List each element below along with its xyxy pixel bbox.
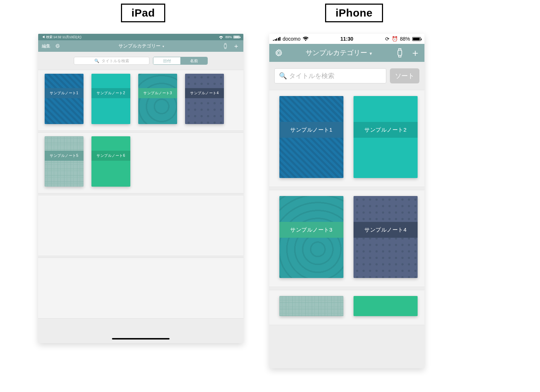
note-card[interactable] — [279, 296, 343, 316]
search-input[interactable]: 🔍 タイトルを検索 — [274, 68, 386, 83]
carrier-text: docomo — [283, 36, 301, 42]
watch-button[interactable] — [222, 42, 229, 50]
device-ipad: ◀ 検索 14:32 11月13日(火) 89% 編集 サンプルカテゴリー▼ ＋… — [38, 34, 243, 343]
battery-icon — [233, 36, 240, 38]
sort-button[interactable]: ソート — [390, 68, 419, 83]
sort-segmented: 日付 名前 — [153, 57, 208, 65]
status-time: 11:30 — [340, 36, 353, 42]
svg-rect-0 — [224, 44, 227, 47]
settings-button[interactable] — [273, 47, 284, 59]
wifi-icon — [303, 37, 309, 41]
note-title: サンプルノート4 — [185, 88, 224, 98]
search-placeholder: タイトルを検索 — [102, 58, 129, 64]
note-title: サンプルノート2 — [354, 122, 418, 138]
note-title: サンプルノート1 — [279, 122, 343, 138]
status-left: ◀ 検索 14:32 11月13日(火) — [42, 35, 81, 40]
note-card[interactable]: サンプルノート4 — [185, 74, 224, 124]
search-row: 🔍 タイトルを検索 ソート — [269, 62, 424, 90]
note-card[interactable] — [354, 296, 418, 316]
battery-icon — [412, 37, 421, 41]
search-icon: 🔍 — [279, 72, 287, 80]
chevron-down-icon: ▼ — [162, 45, 165, 48]
svg-rect-1 — [398, 50, 402, 56]
add-button[interactable]: ＋ — [409, 47, 421, 59]
toolbar: 編集 サンプルカテゴリー▼ ＋ — [38, 40, 243, 52]
note-card[interactable]: サンプルノート2 — [354, 96, 418, 178]
status-bar: ◀ 検索 14:32 11月13日(火) 89% — [38, 34, 243, 40]
wifi-icon — [218, 35, 224, 39]
note-card[interactable]: サンプルノート4 — [354, 196, 418, 278]
note-card[interactable]: サンプルノート5 — [45, 136, 84, 187]
toolbar: サンプルカテゴリー▼ ＋ — [269, 44, 424, 62]
note-card[interactable]: サンプルノート2 — [91, 74, 130, 124]
category-title-text: サンプルカテゴリー — [306, 49, 367, 56]
search-icon: 🔍 — [94, 59, 99, 63]
home-indicator[interactable] — [112, 338, 170, 339]
device-label-ipad: iPad — [121, 4, 165, 22]
note-card[interactable]: サンプルノート1 — [45, 74, 84, 124]
category-title-text: サンプルカテゴリー — [118, 43, 161, 49]
add-button[interactable]: ＋ — [233, 42, 240, 50]
alarm-icon: ⏰ — [392, 36, 398, 42]
signal-icon — [273, 37, 280, 41]
note-title: サンプルノート3 — [138, 88, 177, 98]
settings-button[interactable] — [54, 42, 61, 50]
watch-button[interactable] — [394, 47, 406, 59]
watch-icon — [396, 48, 403, 58]
note-card[interactable]: サンプルノート3 — [138, 74, 177, 124]
category-title-dropdown[interactable]: サンプルカテゴリー▼ — [65, 43, 218, 49]
category-title-dropdown[interactable]: サンプルカテゴリー▼ — [288, 48, 391, 58]
segment-name[interactable]: 名前 — [180, 57, 207, 64]
note-card[interactable]: サンプルノート6 — [91, 136, 130, 187]
notes-grid: サンプルノート1 サンプルノート2 サンプルノート3 サンプルノート4 — [269, 90, 424, 368]
battery-text: 88% — [400, 36, 410, 42]
note-card[interactable]: サンプルノート3 — [279, 196, 343, 278]
search-row: 🔍 タイトルを検索 日付 名前 — [38, 52, 243, 70]
status-bar: docomo 11:30 ⟳ ⏰ 88% — [269, 34, 424, 44]
note-title: サンプルノート2 — [91, 88, 130, 98]
device-label-iphone: iPhone — [325, 4, 383, 22]
note-card[interactable]: サンプルノート1 — [279, 96, 343, 178]
notes-grid: サンプルノート1 サンプルノート2 サンプルノート3 サンプルノート4 サンプル… — [38, 70, 243, 343]
note-title: サンプルノート1 — [45, 88, 84, 98]
edit-button[interactable]: 編集 — [42, 43, 50, 49]
device-iphone: docomo 11:30 ⟳ ⏰ 88% サンプルカテゴリー▼ ＋ 🔍 タイトル… — [269, 34, 424, 368]
gear-icon — [55, 44, 60, 49]
watch-icon — [223, 43, 228, 49]
note-title: サンプルノート5 — [45, 151, 84, 161]
battery-text: 89% — [225, 35, 232, 39]
chevron-down-icon: ▼ — [369, 51, 373, 56]
search-placeholder: タイトルを検索 — [289, 72, 334, 80]
orientation-lock-icon: ⟳ — [385, 36, 390, 42]
note-title: サンプルノート6 — [91, 151, 130, 161]
gear-icon — [275, 49, 283, 57]
segment-date[interactable]: 日付 — [153, 57, 180, 64]
note-title: サンプルノート3 — [279, 222, 343, 238]
note-title: サンプルノート4 — [354, 222, 418, 238]
search-input[interactable]: 🔍 タイトルを検索 — [74, 57, 149, 65]
